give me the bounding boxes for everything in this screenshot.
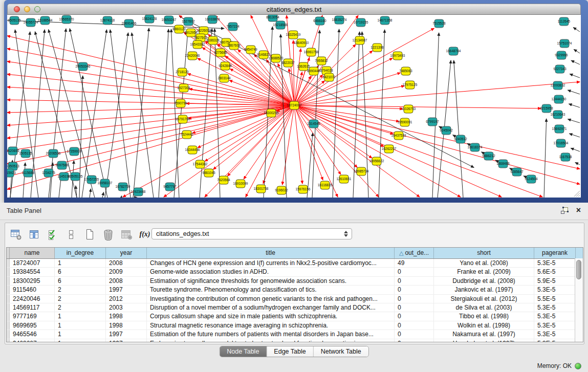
graph-node[interactable]: 19218586: [273, 21, 288, 29]
table-cell[interactable]: 5.3E-5: [534, 286, 576, 294]
graph-node[interactable]: 16210643: [551, 111, 565, 119]
graph-node[interactable]: 12610651: [337, 175, 352, 183]
table-cell[interactable]: 18724007: [10, 259, 55, 267]
table-cell[interactable]: 5.3E-5: [534, 312, 576, 320]
table-cell[interactable]: Jankovic et al. (1997): [434, 286, 534, 294]
vertical-scrollbar[interactable]: [575, 258, 583, 342]
graph-node[interactable]: 15976156: [296, 185, 311, 193]
table-cell[interactable]: 2003: [106, 303, 147, 312]
graph-node[interactable]: 16033809: [205, 15, 220, 24]
table-row[interactable]: 2242004622012Investigating the contribut…: [7, 295, 583, 303]
column-header-out_de[interactable]: △out_de...: [395, 248, 434, 258]
graph-node[interactable]: 1221398: [371, 43, 384, 52]
table-cell[interactable]: Franke et al. (2009): [434, 268, 534, 276]
toggle-checkboxes-button[interactable]: [46, 228, 59, 241]
table-cell[interactable]: Disruption of a novel member of a sodium…: [147, 303, 395, 312]
table-cell[interactable]: 1: [55, 330, 106, 338]
column-header-name[interactable]: name: [10, 248, 55, 258]
network-table-select[interactable]: citations_edges.txt: [151, 228, 352, 239]
column-header-in_degree[interactable]: in_degree: [55, 248, 106, 258]
graph-node[interactable]: 12923448: [131, 188, 146, 196]
graph-node[interactable]: 12134987: [353, 36, 367, 45]
graph-node[interactable]: 9275685: [214, 49, 227, 57]
graph-node[interactable]: 2867608: [227, 41, 241, 50]
table-cell[interactable]: Stergiakouli et al. (2012): [434, 295, 534, 303]
table-cell[interactable]: Tibbo et al. (1998): [434, 312, 534, 320]
table-cell[interactable]: 1: [55, 312, 106, 320]
table-cell[interactable]: 9465546: [10, 330, 55, 338]
table-cell[interactable]: 0: [395, 330, 434, 338]
citation-network-graph[interactable]: 9505135140557241618854419565370128741182…: [7, 15, 581, 198]
graph-node[interactable]: 8813054: [266, 15, 279, 21]
table-cell[interactable]: Structural magnetic resonance image aver…: [147, 321, 395, 330]
table-cell[interactable]: 9777169: [10, 312, 55, 320]
graph-node[interactable]: 1514545: [307, 120, 320, 128]
graph-node[interactable]: 2718120: [176, 68, 189, 76]
graph-node[interactable]: 7515528: [432, 19, 446, 28]
table-cell[interactable]: 6: [55, 268, 106, 276]
column-header-year[interactable]: year: [106, 248, 147, 258]
table-cell[interactable]: 2008: [106, 277, 147, 285]
graph-node[interactable]: 18985734: [354, 167, 369, 176]
tab-network-table[interactable]: Network Table: [314, 346, 368, 357]
graph-node[interactable]: 1927304: [177, 84, 190, 92]
table-cell[interactable]: 0: [395, 303, 434, 312]
graph-node[interactable]: 16782759: [116, 183, 130, 191]
row-height-button[interactable]: [64, 228, 78, 241]
graph-node[interactable]: 7955812: [315, 57, 328, 65]
graph-node[interactable]: 14055724: [24, 18, 38, 27]
graph-node[interactable]: 9886212: [482, 152, 495, 160]
table-cell[interactable]: 0: [395, 277, 434, 285]
graph-node[interactable]: 15824128: [142, 15, 157, 23]
graph-node[interactable]: 1115688: [22, 169, 35, 177]
table-cell[interactable]: 18300295: [10, 277, 55, 285]
graph-node[interactable]: 1167538: [559, 153, 572, 161]
column-header-short[interactable]: short: [434, 248, 534, 258]
table-cell[interactable]: 5.5E-5: [534, 295, 576, 303]
graph-node[interactable]: 16910099: [233, 180, 248, 188]
graph-node[interactable]: 9505135: [8, 16, 21, 25]
graph-node[interactable]: 16961758: [304, 48, 319, 56]
table-row[interactable]: 977716911998Corpus callosum shape and si…: [7, 312, 583, 321]
table-cell[interactable]: 19384554: [10, 268, 55, 276]
table-cell[interactable]: 9699695: [10, 321, 55, 330]
table-cell[interactable]: Estimation of significance thresholds fo…: [147, 277, 395, 285]
graph-node[interactable]: 9097588: [55, 161, 69, 169]
table-cell[interactable]: 2: [55, 286, 106, 294]
graph-node[interactable]: 11026753: [401, 105, 416, 113]
table-cell[interactable]: 0: [395, 321, 434, 330]
table-cell[interactable]: Tourette syndrome. Phenomenology and cla…: [147, 286, 395, 294]
table-cell[interactable]: 9115460: [10, 286, 55, 294]
graph-node[interactable]: 12444150: [552, 95, 567, 103]
column-settings-button[interactable]: [9, 228, 23, 241]
graph-node[interactable]: 10719155: [354, 18, 368, 27]
table-cell[interactable]: 1997: [106, 330, 147, 338]
graph-node[interactable]: 9457797: [163, 183, 177, 191]
table-cell[interactable]: 5.9E-5: [534, 277, 576, 285]
graph-node[interactable]: 9124504: [525, 175, 538, 183]
table-cell[interactable]: 2008: [106, 259, 147, 267]
column-header-title[interactable]: title: [147, 248, 395, 258]
graph-node[interactable]: 10653247: [162, 16, 177, 24]
table-row[interactable]: 969969511998Structural magnetic resonanc…: [7, 321, 583, 330]
graph-node[interactable]: 7590799: [174, 99, 187, 107]
table-cell[interactable]: 9463627: [10, 339, 55, 342]
table-cell[interactable]: 2012: [106, 295, 147, 303]
table-row[interactable]: 1456911722003Disruption of a novel membe…: [7, 303, 583, 312]
table-cell[interactable]: 49: [395, 259, 434, 267]
table-cell[interactable]: Genome-wide association studies in ADHD.: [147, 268, 395, 276]
graph-node[interactable]: 8860123: [172, 25, 186, 33]
table-cell[interactable]: 2009: [106, 268, 147, 276]
graph-node[interactable]: 16958107: [98, 179, 113, 187]
graph-node[interactable]: 6466160: [313, 17, 326, 25]
graph-node[interactable]: 9861045: [202, 169, 215, 177]
table-cell[interactable]: Wolkin et al. (1998): [434, 321, 534, 330]
graph-node[interactable]: 1505135: [19, 149, 32, 158]
graph-node[interactable]: 1868488: [496, 160, 510, 168]
table-cell[interactable]: Yano et al. (2008): [434, 259, 534, 267]
graph-node[interactable]: 18301758: [254, 185, 269, 193]
graph-node[interactable]: 9240512: [454, 135, 467, 143]
table-cell[interactable]: 1997: [106, 286, 147, 294]
graph-node[interactable]: 1527602: [182, 17, 195, 26]
graph-node[interactable]: 15751074: [557, 39, 572, 48]
